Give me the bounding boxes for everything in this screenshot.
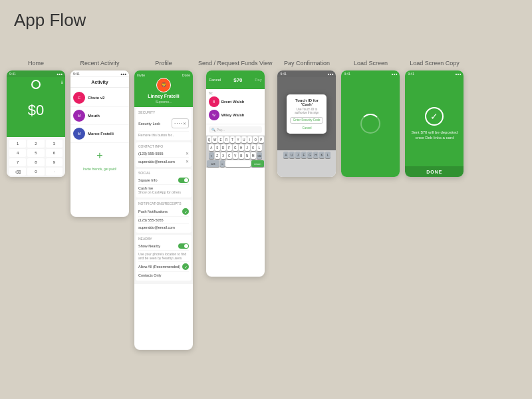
kb-c[interactable]: C [227, 152, 232, 159]
profile-push-check[interactable]: ✓ [182, 208, 189, 215]
activity-item-1[interactable]: C Chute v2 [70, 89, 129, 107]
kb-backspace[interactable]: ⌫ [257, 152, 262, 159]
kb-p[interactable]: P [259, 136, 264, 143]
keypad-1[interactable]: 1 [9, 140, 26, 148]
profile-cashme-row: Cash me Show on CashApp for others [138, 185, 189, 196]
loadcopy-screen-wrapper: Load Screen Copy 9:41 ●●● ✓ Sent $70 wil… [405, 60, 464, 177]
keypad-5[interactable]: 5 [27, 149, 44, 157]
pay-kb-k[interactable]: K [319, 152, 325, 158]
send-recipient-1[interactable]: B Brent Walsh [209, 95, 262, 108]
security-lock-input[interactable]: ···· ✕ [172, 118, 189, 128]
send-label: Send / Request Funds View [198, 60, 272, 66]
loadcopy-status-signal: ●●● [455, 72, 461, 76]
profile-email-clear[interactable]: ✕ [186, 159, 189, 164]
activity-name-2: Mouth [88, 114, 126, 118]
kb-space[interactable] [225, 160, 251, 167]
send-recipient-2[interactable]: W Wiley Walsh [209, 108, 262, 122]
kb-e[interactable]: E [218, 136, 223, 143]
keypad-4[interactable]: 4 [9, 149, 26, 157]
profile-phone-row: (123) 555-5555 ✕ [138, 150, 189, 158]
loadcopy-done-button[interactable]: DONE [426, 170, 442, 174]
kb-o[interactable]: O [253, 136, 258, 143]
home-logo-inner [33, 81, 39, 88]
kb-n[interactable]: N [245, 152, 250, 159]
kb-z[interactable]: Z [215, 152, 220, 159]
profile-shownearby-toggle[interactable] [178, 243, 189, 249]
pay-kb-h[interactable]: H [313, 152, 319, 158]
pay-kb-g[interactable]: G [307, 152, 313, 158]
kb-y[interactable]: Y [235, 136, 241, 143]
kb-x[interactable]: X [221, 152, 226, 159]
profile-square-toggle[interactable] [178, 178, 189, 183]
activity-item-2[interactable]: M Mouth [70, 107, 129, 125]
send-recipient-name-2: Wiley Walsh [221, 113, 245, 117]
add-friends-button[interactable]: + [70, 144, 129, 167]
pay-kb-u[interactable]: U [289, 152, 295, 158]
kb-123[interactable]: 123 [207, 160, 219, 167]
profile-allowall-check[interactable]: ✓ [182, 263, 189, 270]
keypad-0[interactable]: 0 [27, 168, 44, 176]
kb-g[interactable]: G [233, 144, 238, 151]
screens-container: Home 9:41 ●●● ℹ $0 1 2 3 4 5 6 7 8 [7, 60, 464, 350]
kb-m[interactable]: M [251, 152, 256, 159]
kb-j[interactable]: J [245, 144, 250, 151]
kb-d[interactable]: D [221, 144, 226, 151]
pay-modal-sub: Use Touch ID to authorize this sign [290, 108, 323, 114]
kb-v[interactable]: V [233, 152, 238, 159]
activity-header: Activity [70, 77, 129, 88]
security-clear[interactable]: ✕ [183, 121, 186, 126]
pay-phone-frame: 9:41 ●●● Touch ID for 'Cash' Use Touch I… [277, 70, 336, 177]
keypad-6[interactable]: 6 [46, 149, 63, 157]
keypad-9[interactable]: 9 [46, 158, 63, 166]
profile-phone-clear[interactable]: ✕ [186, 151, 189, 156]
send-cancel-btn[interactable]: Cancel [209, 78, 221, 82]
pay-kb-j[interactable]: J [295, 152, 301, 158]
activity-phone-frame: 9:41 ●●● Activity C Chute v2 M Mouth [70, 70, 129, 217]
kb-s[interactable]: S [215, 144, 220, 151]
loadcopy-label: Load Screen Copy [410, 60, 460, 66]
profile-push-row: Push Notifications ✓ [138, 207, 189, 217]
kb-l[interactable]: L [257, 144, 262, 151]
pay-kb-a[interactable]: A [283, 152, 289, 158]
kb-t[interactable]: T [230, 136, 235, 143]
kb-r[interactable]: R [224, 136, 229, 143]
keypad-7[interactable]: 7 [9, 158, 26, 166]
keypad-8[interactable]: 8 [27, 158, 44, 166]
pay-kb-f[interactable]: F [301, 152, 307, 158]
kb-i[interactable]: I [247, 136, 253, 143]
activity-info-1: Chute v2 [88, 96, 126, 100]
keypad-2[interactable]: 2 [27, 140, 44, 148]
send-search-placeholder: Pay... [217, 128, 225, 132]
profile-label: Profile [155, 60, 172, 66]
pay-screen-wrapper: Pay Confirmation 9:41 ●●● Touch ID for '… [277, 60, 336, 177]
load-phone-frame: 9:41 ●●● [341, 70, 400, 177]
kb-f[interactable]: F [227, 144, 232, 151]
pay-modal-cancel-btn[interactable]: Cancel [290, 126, 323, 130]
keypad-3[interactable]: 3 [46, 140, 63, 148]
kb-q[interactable]: Q [207, 136, 212, 143]
kb-shift[interactable]: ⇧ [209, 152, 214, 159]
keypad-dot[interactable]: · [46, 168, 63, 176]
kb-h[interactable]: H [239, 144, 244, 151]
kb-u[interactable]: U [241, 136, 247, 143]
keypad-backspace[interactable]: ⌫ [9, 168, 26, 176]
profile-security-remove-row: Remove this button for... [138, 132, 189, 138]
pay-kb-l[interactable]: L [325, 152, 331, 158]
send-search-bar[interactable]: 🔍 Pay... [206, 124, 265, 136]
send-pay-btn[interactable]: Pay [255, 78, 261, 82]
kb-emoji[interactable]: ☺ [220, 160, 225, 167]
activity-item-3[interactable]: M Marco Fratelli [70, 125, 129, 143]
home-info-icon[interactable]: ℹ [61, 80, 63, 84]
kb-w[interactable]: W [212, 136, 217, 143]
security-dots: ···· [174, 120, 183, 126]
pay-status-signal: ●●● [327, 72, 333, 76]
kb-b[interactable]: B [239, 152, 244, 159]
pay-modal-input[interactable]: Enter Security Code [290, 117, 323, 124]
profile-body: SECURITY Security Lock ···· ✕ Remove thi… [134, 107, 193, 284]
profile-done-link[interactable]: Done [182, 73, 190, 77]
home-logo [31, 80, 41, 89]
kb-return[interactable]: return [251, 160, 264, 167]
profile-invite-link[interactable]: Invite [137, 73, 145, 77]
kb-a[interactable]: A [209, 144, 214, 151]
kb-k[interactable]: K [251, 144, 256, 151]
